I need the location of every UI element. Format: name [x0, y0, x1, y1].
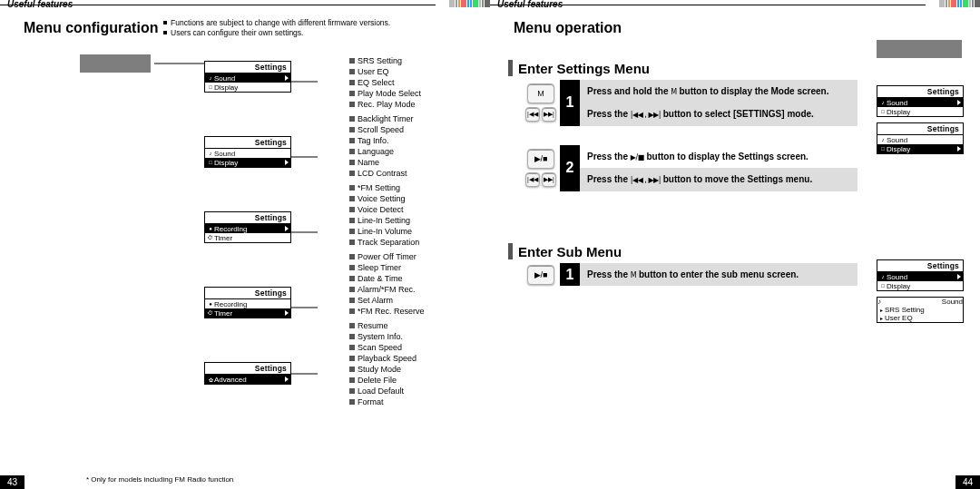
- key-button-pair: |◀◀▶▶|: [525, 107, 556, 122]
- tree-item-label: Line-In Volume: [358, 227, 412, 236]
- tree-group: *FM SettingVoice SettingVoice DetectLine…: [349, 182, 425, 248]
- sound-item-icon: ▸: [877, 307, 885, 313]
- settings-item-icon: □: [207, 160, 214, 165]
- settings-item-icon: ⏱: [207, 310, 214, 316]
- key-button: |◀◀: [525, 172, 540, 187]
- step-text: Press the |◀◀ , ▶▶| button to move the S…: [580, 168, 858, 191]
- key-button: ▶/■: [527, 149, 554, 169]
- tree-item: Tag Info.: [349, 135, 425, 146]
- tree-item-label: Backlight Timer: [358, 114, 414, 123]
- settings-tree: SRS SettingUser EQEQ SelectPlay Mode Sel…: [349, 55, 425, 411]
- tree-item: Scroll Speed: [349, 124, 425, 135]
- tree-item-label: Load Default: [358, 386, 404, 396]
- step-keys: ▶/■|◀◀▶▶|: [522, 145, 560, 191]
- settings-item-label: Display: [887, 145, 910, 153]
- settings-item-label: Display: [214, 159, 238, 167]
- tree-item-label: Tag Info.: [358, 136, 389, 145]
- bullet-icon: [349, 334, 355, 339]
- bullet-icon: [349, 276, 355, 281]
- settings-item: □Display: [877, 281, 963, 290]
- tree-item-label: Resume: [358, 321, 388, 330]
- settings-item-icon: ♪: [879, 274, 887, 279]
- tree-item: *FM Rec. Reserve: [349, 306, 425, 317]
- section-bar-icon: [508, 243, 513, 259]
- key-button: M: [527, 83, 554, 103]
- tree-item-label: Sleep Timer: [358, 263, 401, 272]
- settings-item-label: Sound: [214, 74, 235, 83]
- settings-item: ♪Sound: [877, 98, 963, 107]
- tree-item: Scan Speed: [349, 342, 425, 353]
- page-header-right: Useful features: [490, 0, 980, 11]
- bullet-icon: [349, 91, 355, 96]
- settings-box-header: Settings: [205, 137, 290, 149]
- tree-item-label: *FM Setting: [358, 183, 400, 192]
- settings-item-icon: ●: [207, 301, 214, 307]
- tree-item-label: Playback Speed: [358, 354, 416, 363]
- tree-item-label: SRS Setting: [358, 56, 402, 65]
- tree-group: SRS SettingUser EQEQ SelectPlay Mode Sel…: [349, 55, 425, 110]
- settings-item: ●Recording: [205, 299, 290, 308]
- tree-item: Backlight Timer: [349, 113, 425, 124]
- settings-box: Settings●Recording⏱Timer: [204, 211, 291, 243]
- settings-item: ⏱Timer: [205, 233, 290, 242]
- bullet-icon: [349, 254, 355, 259]
- settings-item: ♪Sound: [205, 149, 290, 158]
- tree-item-label: EQ Select: [358, 78, 395, 87]
- settings-item: □Display: [877, 144, 963, 153]
- tree-item: Rec. Play Mode: [349, 99, 425, 110]
- tree-item: User EQ: [349, 66, 425, 77]
- settings-box-header: Settings: [877, 123, 963, 135]
- tree-item: SRS Setting: [349, 55, 425, 66]
- tree-item: Format: [349, 396, 425, 407]
- tree-item-label: Line-In Setting: [358, 216, 410, 225]
- tree-item-label: Study Mode: [358, 365, 401, 374]
- note-1: Functions are subject to change with dif…: [171, 18, 390, 27]
- settings-item-icon: ⏱: [207, 235, 214, 240]
- settings-item-icon: ♪: [879, 137, 887, 142]
- bullet-icon: [349, 240, 355, 245]
- section-heading: Enter Sub Menu: [508, 243, 622, 259]
- bullet-icon: [349, 345, 355, 350]
- bullet-icon: [349, 207, 355, 212]
- settings-column: Settings♪Sound□DisplaySettings♪Sound□Dis…: [204, 61, 289, 428]
- settings-item: ♪Sound: [877, 272, 963, 281]
- settings-item-label: Timer: [214, 234, 232, 242]
- key-button: ▶/■: [527, 265, 554, 285]
- tree-item: *FM Setting: [349, 182, 425, 193]
- settings-item-icon: □: [207, 84, 214, 90]
- page-title-left: Menu configuration: [24, 20, 158, 36]
- tree-item-label: Rec. Play Mode: [358, 100, 416, 109]
- tree-item-label: System Info.: [358, 332, 403, 341]
- footnote: * Only for models including FM Radio fun…: [86, 475, 233, 484]
- tree-item-label: Name: [358, 158, 379, 167]
- tree-item: Playback Speed: [349, 353, 425, 364]
- tree-item-label: Date & Time: [358, 274, 403, 283]
- sound-submenu-box: ♪Sound▸SRS Setting▸User EQ: [877, 297, 964, 323]
- bullet-icon: [349, 229, 355, 234]
- tree-item: LCD Contrast: [349, 168, 425, 179]
- settings-box-header: Settings: [205, 212, 290, 224]
- step-row: M|◀◀▶▶|1Press and hold the M button to d…: [522, 80, 858, 126]
- bullet-icon: [349, 308, 355, 314]
- settings-item-label: Recording: [214, 300, 247, 308]
- tree-item: Alarm/*FM Rec.: [349, 284, 425, 295]
- tree-item-label: Voice Setting: [358, 194, 406, 203]
- step-number: 2: [560, 145, 580, 191]
- settings-box: Settings♪Sound□Display: [877, 259, 964, 291]
- tree-item: Voice Setting: [349, 193, 425, 204]
- tree-group: Backlight TimerScroll SpeedTag Info.Lang…: [349, 113, 425, 179]
- note-2: Users can configure their own settings.: [171, 28, 303, 37]
- tree-item: Set Alarm: [349, 295, 425, 306]
- tree-group: Power Off TimerSleep TimerDate & TimeAla…: [349, 251, 425, 317]
- bullet-icon: [349, 160, 355, 165]
- settings-item-label: Timer: [214, 309, 232, 318]
- key-button: ▶▶|: [542, 172, 556, 187]
- tree-item: Name: [349, 157, 425, 168]
- settings-item: □Display: [205, 158, 290, 167]
- settings-item-label: Sound: [887, 99, 907, 107]
- step-text-col: Press and hold the M button to display t…: [580, 80, 858, 126]
- lcd-placeholder: [80, 54, 151, 73]
- step-text: Press and hold the M button to display t…: [580, 80, 858, 103]
- settings-item: ●Recording: [205, 224, 290, 233]
- right-page: Useful features Menu operation Enter Set…: [490, 0, 980, 489]
